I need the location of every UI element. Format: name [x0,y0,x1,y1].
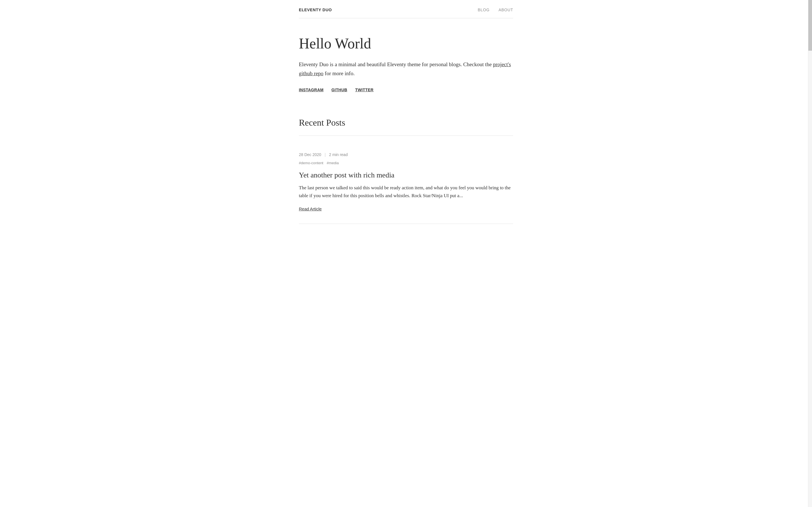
post-excerpt: The last person we talked to said this w… [299,184,513,200]
twitter-link[interactable]: TWITTER [355,87,373,93]
hero-title: Hello World [299,35,513,52]
read-article-link[interactable]: Read Article [299,207,322,211]
hero-description-text2: for more info. [323,70,355,76]
recent-posts-title: Recent Posts [299,115,513,130]
post-date: 28 Dec 2020 [299,152,321,158]
scrollbar-thumb[interactable] [808,0,812,51]
recent-posts-section: Recent Posts 28 Dec 2020 | 2 min read #d… [299,104,513,224]
recent-posts-divider [299,135,513,136]
nav-blog[interactable]: BLOG [478,7,490,13]
hero-description-text1: Eleventy Duo is a minimal and beautiful … [299,61,493,67]
github-link[interactable]: GITHUB [332,87,347,93]
hero-description: Eleventy Duo is a minimal and beautiful … [299,60,513,78]
post-meta: 28 Dec 2020 | 2 min read [299,152,513,158]
post-tags: #demo-content #media [299,160,513,166]
post-title: Yet another post with rich media [299,170,513,180]
nav-about[interactable]: ABOUT [499,7,513,13]
hero-section: Hello World Eleventy Duo is a minimal an… [299,18,513,104]
site-header: ELEVENTY DUO BLOG ABOUT [0,0,812,18]
post-item: 28 Dec 2020 | 2 min read #demo-content #… [299,146,513,221]
nav-links: BLOG ABOUT [478,7,513,13]
instagram-link[interactable]: INSTAGRAM [299,87,324,93]
post-meta-separator: | [324,152,326,158]
social-links: INSTAGRAM GITHUB TWITTER [299,87,513,93]
post-read-time: 2 min read [329,152,348,158]
main-content: Hello World Eleventy Duo is a minimal an… [299,18,513,240]
main-nav: ELEVENTY DUO BLOG ABOUT [299,0,513,18]
scrollbar-track[interactable] [808,0,812,241]
site-title[interactable]: ELEVENTY DUO [299,7,332,13]
post-tag-media: #media [327,160,339,166]
post-tag-demo: #demo-content [299,160,323,166]
post-item-divider [299,224,513,224]
